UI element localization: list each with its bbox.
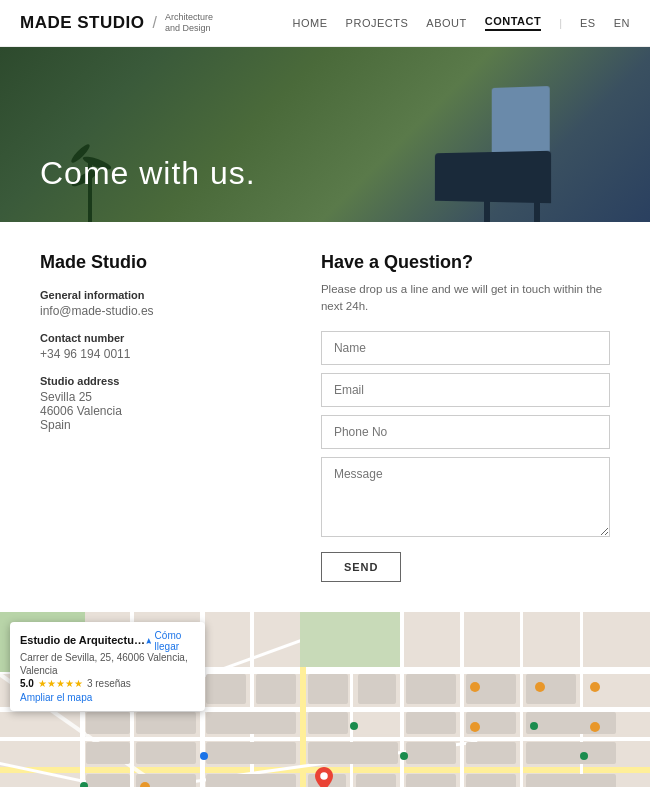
road	[400, 612, 404, 787]
map-section: Estudio de Arquitectura Valen... Cómo ll…	[0, 612, 650, 787]
nav-lang-es[interactable]: ES	[580, 17, 596, 29]
contact-info: Made Studio General information info@mad…	[40, 252, 281, 583]
city-block	[86, 712, 130, 734]
poi-dot	[350, 722, 358, 730]
logo-divider: /	[153, 14, 157, 32]
city-block	[358, 674, 396, 704]
studio-name: Made Studio	[40, 252, 281, 273]
nav-separator: |	[559, 17, 562, 29]
popup-title: Estudio de Arquitectura Valen...	[20, 634, 145, 646]
hero-headline: Come with us.	[40, 155, 256, 192]
city-block	[206, 742, 296, 764]
hero-section: Come with us.	[0, 47, 650, 222]
nav-home[interactable]: HOME	[293, 17, 328, 29]
popup-city: Valencia	[20, 665, 195, 676]
studio-email: info@made-studio.es	[40, 304, 281, 318]
name-input[interactable]	[321, 331, 610, 365]
city-block	[206, 674, 246, 704]
city-block	[526, 774, 616, 787]
nav-about[interactable]: ABOUT	[426, 17, 466, 29]
city-block	[206, 774, 296, 787]
star-rating: ★★★★★	[38, 678, 83, 689]
city-block	[406, 712, 456, 734]
poi-dot	[80, 782, 88, 787]
city-block	[206, 712, 296, 734]
city-block	[526, 712, 616, 734]
studio-phone: +34 96 194 0011	[40, 347, 281, 361]
map-background: Estudio de Arquitectura Valen... Cómo ll…	[0, 612, 650, 787]
city-block	[136, 742, 196, 764]
chair-leg	[534, 200, 540, 222]
map-pin-main[interactable]	[315, 767, 333, 787]
contact-form-section: Have a Question? Please drop us a line a…	[321, 252, 610, 583]
road	[460, 612, 464, 787]
email-input[interactable]	[321, 373, 610, 407]
content-section: Made Studio General information info@mad…	[0, 222, 650, 613]
rating-value: 5.0	[20, 678, 34, 689]
nav-lang-en[interactable]: EN	[614, 17, 630, 29]
site-header: MADE STUDIO / Architecture and Design HO…	[0, 0, 650, 47]
city-block	[308, 712, 348, 734]
logo-subtitle: Architecture and Design	[165, 12, 213, 34]
chair-back	[492, 86, 550, 158]
city-block	[406, 774, 456, 787]
city-block	[308, 674, 348, 704]
phone-input[interactable]	[321, 415, 610, 449]
address-label: Studio address	[40, 375, 281, 387]
directions-icon	[145, 636, 153, 646]
city-block	[526, 674, 576, 704]
logo-text: MADE STUDIO	[20, 13, 145, 33]
message-input[interactable]	[321, 457, 610, 537]
park-area	[300, 612, 400, 667]
general-info-label: General information	[40, 289, 281, 301]
main-nav: HOME PROJECTS ABOUT CONTACT | ES EN	[293, 15, 630, 31]
map-popup: Estudio de Arquitectura Valen... Cómo ll…	[10, 622, 205, 711]
city-block	[406, 742, 456, 764]
chair-leg	[484, 200, 490, 222]
poi-dot	[140, 782, 150, 787]
city-block	[256, 674, 296, 704]
popup-address: Carrer de Sevilla, 25, 46006 Valencia,	[20, 652, 195, 663]
nav-contact[interactable]: CONTACT	[485, 15, 541, 31]
city-block	[86, 742, 130, 764]
form-title: Have a Question?	[321, 252, 610, 273]
hero-background: Come with us.	[0, 47, 650, 222]
form-description: Please drop us a line and we will get in…	[321, 281, 610, 316]
contact-number-label: Contact number	[40, 332, 281, 344]
city-block	[466, 774, 516, 787]
city-block	[526, 742, 616, 764]
city-block	[136, 712, 196, 734]
studio-address: Sevilla 25 46006 Valencia Spain	[40, 390, 281, 432]
chair-decoration	[370, 72, 570, 222]
city-block	[308, 742, 398, 764]
poi-dot	[590, 682, 600, 692]
city-block	[356, 774, 396, 787]
expand-map-link[interactable]: Ampliar el mapa	[20, 692, 195, 703]
city-block	[86, 774, 130, 787]
popup-directions-link[interactable]: Cómo llegar	[145, 630, 195, 652]
review-count: 3 reseñas	[87, 678, 131, 689]
popup-rating: 5.0 ★★★★★ 3 reseñas	[20, 678, 195, 689]
nav-projects[interactable]: PROJECTS	[346, 17, 409, 29]
send-button[interactable]: SEND	[321, 552, 402, 582]
city-block	[406, 674, 456, 704]
logo-area: MADE STUDIO / Architecture and Design	[20, 12, 213, 34]
svg-point-0	[320, 772, 328, 780]
chair-body	[435, 150, 551, 203]
road	[520, 612, 523, 787]
city-block	[466, 742, 516, 764]
